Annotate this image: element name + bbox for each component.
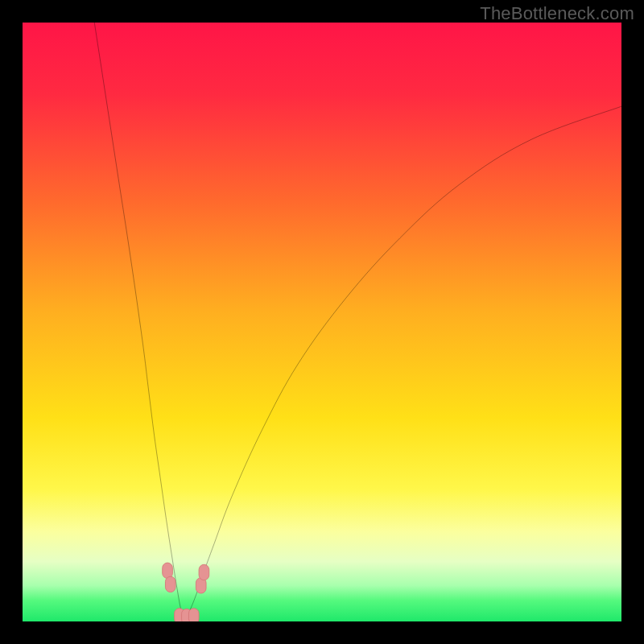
curve-right-branch: [184, 106, 621, 621]
data-marker: [188, 609, 199, 621]
plot-area: [23, 23, 621, 621]
watermark-text: TheBottleneck.com: [480, 3, 634, 24]
data-marker: [199, 564, 209, 580]
curve-left-branch: [94, 23, 184, 621]
curve-layer: [23, 23, 621, 621]
data-marker: [165, 576, 175, 592]
data-marker: [163, 563, 173, 578]
chart-frame: TheBottleneck.com: [0, 0, 644, 644]
